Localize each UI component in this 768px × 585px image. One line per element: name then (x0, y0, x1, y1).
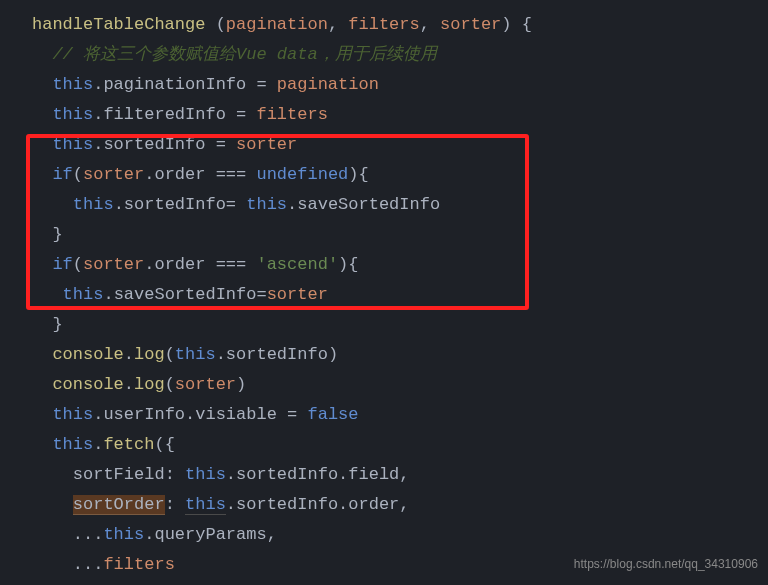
code-line: sortOrder: this.sortedInfo.order, (32, 490, 768, 520)
code-line: if(sorter.order === 'ascend'){ (32, 250, 768, 280)
code-line: sortField: this.sortedInfo.field, (32, 460, 768, 490)
code-line: this.sortedInfo= this.saveSortedInfo (32, 190, 768, 220)
code-line: this.paginationInfo = pagination (32, 70, 768, 100)
code-line: } (32, 310, 768, 340)
code-line: }) (32, 580, 768, 585)
code-editor[interactable]: handleTableChange (pagination, filters, … (0, 0, 768, 585)
code-line: handleTableChange (pagination, filters, … (32, 10, 768, 40)
code-line: this.sortedInfo = sorter (32, 130, 768, 160)
code-line: ...this.queryParams, (32, 520, 768, 550)
code-line: this.userInfo.visiable = false (32, 400, 768, 430)
code-line: this.fetch({ (32, 430, 768, 460)
code-line: console.log(sorter) (32, 370, 768, 400)
code-line: // 将这三个参数赋值给Vue data，用于后续使用 (32, 40, 768, 70)
watermark-text: https://blog.csdn.net/qq_34310906 (574, 549, 758, 579)
code-line: } (32, 220, 768, 250)
code-line: this.filteredInfo = filters (32, 100, 768, 130)
code-line: this.saveSortedInfo=sorter (32, 280, 768, 310)
code-line: console.log(this.sortedInfo) (32, 340, 768, 370)
code-line: if(sorter.order === undefined){ (32, 160, 768, 190)
